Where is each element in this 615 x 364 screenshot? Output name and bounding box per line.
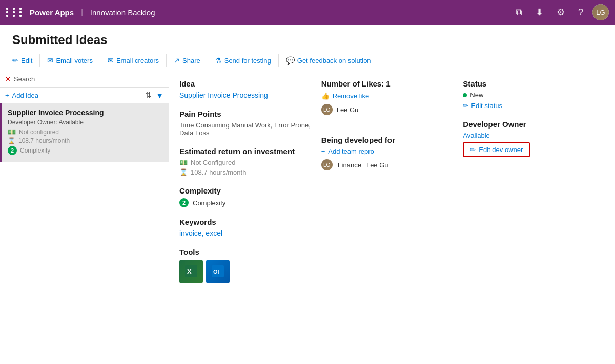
idea-item-not-configured: 💵 Not configured	[8, 128, 162, 136]
svg-text:Ol: Ol	[213, 269, 219, 275]
sort-icon[interactable]: ⇅	[145, 91, 152, 100]
detail-panel: Idea Supplier Invoice Processing Pain Po…	[169, 71, 615, 355]
team-name: Finance	[338, 161, 361, 169]
sidebar-sort-filter: ⇅ ▼	[145, 91, 163, 100]
edit-icon: ✏	[12, 56, 18, 65]
flask-icon: ⚗	[215, 56, 222, 65]
tools-title: Tools	[179, 248, 311, 256]
likes-title: Number of Likes: 1	[321, 79, 453, 88]
page-container: Submitted Ideas ✏ Edit ✉ Email voters ✉ …	[0, 25, 615, 71]
status-section: Status New ✏ Edit status	[463, 79, 605, 110]
roi-hours-row: ⌛ 108.7 hours/month	[179, 168, 311, 176]
add-team-button[interactable]: + Add team repro	[321, 147, 453, 155]
idea-section: Idea Supplier Invoice Processing	[179, 79, 311, 99]
idea-item-dev-owner: Developer Owner: Available	[8, 119, 162, 126]
user-avatar[interactable]: LG	[592, 4, 609, 20]
plus-icon-team: +	[321, 147, 325, 155]
dev-owner-title: Developer Owner	[463, 120, 605, 129]
toolbar: ✏ Edit ✉ Email voters ✉ Email creators ↗…	[12, 54, 603, 71]
pain-points-title: Pain Points	[179, 110, 311, 118]
idea-item-complexity: 2 Complexity	[8, 146, 162, 155]
keywords-text[interactable]: invoice, excel	[179, 229, 311, 238]
hourglass-icon-detail: ⌛	[179, 168, 188, 176]
detail-col-3: Status New ✏ Edit status Developer Owner…	[463, 79, 605, 347]
top-nav: Power Apps | Innovation Backlog ⧉ ⬇ ⚙ ? …	[0, 0, 615, 25]
pain-points-section: Pain Points Time Consuming Manual Work, …	[179, 110, 311, 137]
team-avatar: LG	[321, 159, 333, 170]
nav-separator: |	[81, 8, 83, 16]
roi-title: Estimated return on investment	[179, 147, 311, 156]
page-title: Submitted Ideas	[12, 33, 603, 47]
edit-status-icon: ✏	[463, 102, 468, 110]
screen-icon[interactable]: ⧉	[511, 5, 526, 20]
email-creators-button[interactable]: ✉ Email creators	[100, 54, 167, 67]
brand-title: Power Apps	[30, 8, 74, 17]
outlook-tool-icon[interactable]: Ol	[206, 260, 230, 283]
sidebar: ✕ Search + Add idea ⇅ ▼ Supplier Invoice…	[0, 71, 169, 355]
idea-section-title: Idea	[179, 79, 311, 88]
roi-section: Estimated return on investment 💵 Not Con…	[179, 147, 311, 176]
idea-item-title: Supplier Invoice Processing	[8, 109, 162, 117]
dev-owner-section: Developer Owner Available ✏ Edit dev own…	[463, 120, 605, 157]
voter-row: LG Lee Gu	[321, 104, 453, 115]
app-grid-icon[interactable]	[6, 8, 25, 17]
settings-icon[interactable]: ⚙	[552, 5, 569, 20]
status-dot-icon	[463, 93, 467, 97]
edit-dev-owner-button[interactable]: ✏ Edit dev owner	[463, 142, 530, 157]
complexity-badge: 2	[8, 146, 17, 155]
money-icon-detail: 💵	[179, 159, 188, 166]
filter-icon[interactable]: ▼	[156, 91, 163, 100]
app-name: Innovation Backlog	[90, 8, 155, 17]
keywords-section: Keywords invoice, excel	[179, 218, 311, 238]
team-person-name: Lee Gu	[366, 161, 388, 169]
idea-item-hours: ⌛ 108.7 hours/month	[8, 137, 162, 144]
money-icon: 💵	[8, 128, 16, 136]
tools-section: Tools X Ol	[179, 248, 311, 283]
status-value-row: New	[463, 91, 605, 99]
status-title: Status	[463, 79, 605, 88]
roi-not-configured-row: 💵 Not Configured	[179, 159, 311, 166]
email-voters-icon: ✉	[47, 56, 53, 65]
edit-dev-owner-icon: ✏	[470, 146, 476, 154]
edit-button[interactable]: ✏ Edit	[12, 54, 40, 67]
email-voters-button[interactable]: ✉ Email voters	[40, 54, 100, 67]
download-icon[interactable]: ⬇	[531, 5, 547, 20]
sidebar-search: ✕ Search	[0, 71, 169, 88]
remove-like-button[interactable]: 👍 Remove like	[321, 92, 453, 100]
edit-status-button[interactable]: ✏ Edit status	[463, 102, 605, 110]
send-testing-button[interactable]: ⚗ Send for testing	[208, 54, 279, 67]
plus-icon: +	[5, 92, 9, 99]
being-dev-section: Being developed for + Add team repro LG …	[321, 136, 453, 170]
detail-col-1: Idea Supplier Invoice Processing Pain Po…	[179, 79, 321, 347]
roi-hours: 108.7 hours/month	[191, 168, 246, 176]
hourglass-icon: ⌛	[8, 137, 15, 144]
help-icon[interactable]: ?	[574, 5, 587, 20]
add-idea-label: Add idea	[12, 92, 38, 99]
status-value: New	[470, 91, 483, 99]
thumbs-up-icon: 👍	[321, 92, 330, 100]
email-creators-icon: ✉	[108, 56, 114, 65]
idea-list-item[interactable]: Supplier Invoice Processing Developer Ow…	[0, 103, 169, 162]
likes-section: Number of Likes: 1 👍 Remove like LG Lee …	[321, 79, 453, 115]
voter-avatar: LG	[321, 104, 333, 115]
complexity-section: Complexity 2 Complexity	[179, 186, 311, 207]
edit-dev-owner-label: Edit dev owner	[479, 146, 523, 154]
detail-col-2: Number of Likes: 1 👍 Remove like LG Lee …	[321, 79, 463, 347]
excel-tool-icon[interactable]: X	[179, 260, 203, 283]
pain-points-text: Time Consuming Manual Work, Error Prone,…	[179, 121, 311, 137]
idea-link[interactable]: Supplier Invoice Processing	[179, 91, 311, 99]
dev-owner-available: Available	[463, 132, 605, 139]
complexity-row: 2 Complexity	[179, 198, 311, 207]
share-icon: ↗	[174, 56, 180, 65]
get-feedback-button[interactable]: 💬 Get feedback on solution	[279, 54, 378, 67]
keywords-title: Keywords	[179, 218, 311, 226]
tools-icons-row: X Ol	[179, 260, 311, 283]
add-idea-button[interactable]: + Add idea	[5, 92, 38, 99]
share-button[interactable]: ↗ Share	[167, 54, 208, 67]
close-search-icon[interactable]: ✕	[5, 75, 11, 83]
search-label[interactable]: Search	[14, 75, 163, 83]
complexity-num-badge: 2	[179, 198, 189, 207]
roi-not-configured: Not Configured	[191, 159, 235, 166]
complexity-title: Complexity	[179, 186, 311, 195]
sidebar-add-bar: + Add idea ⇅ ▼	[0, 88, 169, 103]
